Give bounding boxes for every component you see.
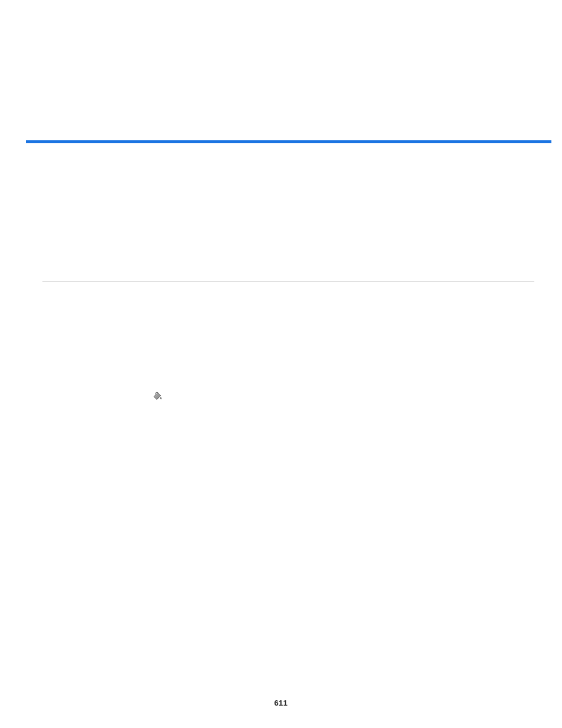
section-divider (42, 281, 534, 282)
page-number: 611 (0, 699, 562, 707)
paint-bucket-icon (151, 390, 163, 402)
accent-rule (26, 140, 551, 143)
document-page: 611 (0, 0, 562, 728)
